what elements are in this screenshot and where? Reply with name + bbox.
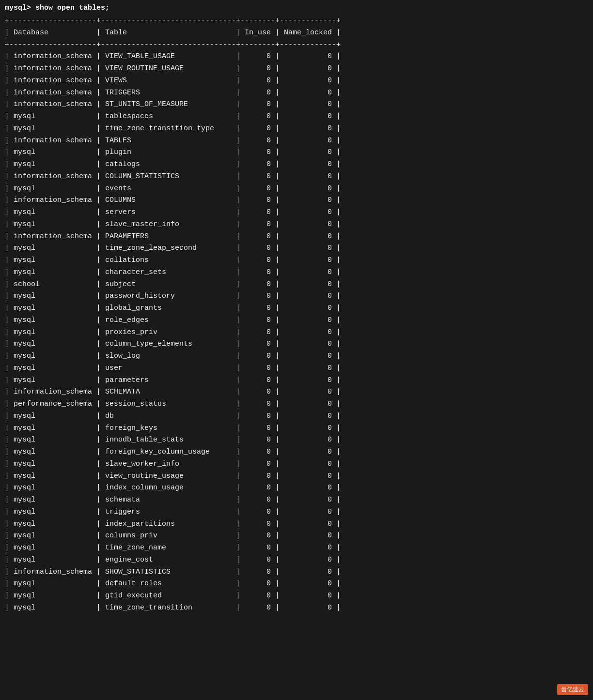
table-output: +--------------------+------------------…	[0, 15, 593, 614]
watermark-badge: 齿亿速云	[557, 684, 588, 695]
command-line: mysql> show open tables;	[0, 0, 593, 15]
terminal: mysql> show open tables; +--------------…	[0, 0, 593, 614]
